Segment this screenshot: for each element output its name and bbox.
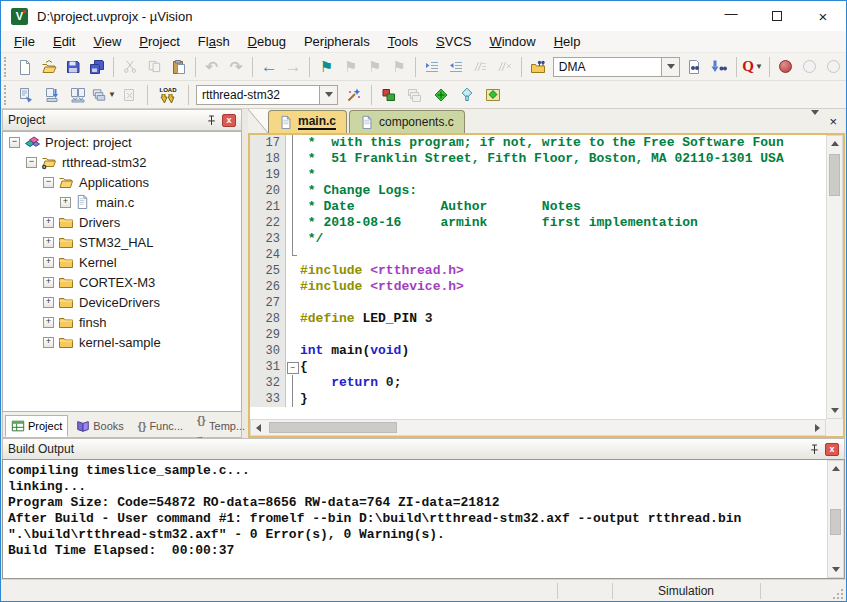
- breakpoint-clear-icon[interactable]: [823, 55, 845, 79]
- tree-item-label[interactable]: kernel-sample: [79, 335, 161, 350]
- resize-grip[interactable]: [832, 588, 844, 600]
- tree-item-label[interactable]: Applications: [79, 175, 149, 190]
- bookmark-prev-icon[interactable]: ⚑: [340, 55, 362, 79]
- breakpoint-disabled-icon[interactable]: [799, 55, 821, 79]
- close-button[interactable]: ×: [800, 1, 846, 31]
- build-output-close-icon[interactable]: x: [825, 443, 839, 456]
- expand-icon[interactable]: +: [60, 197, 71, 208]
- tree-item-label[interactable]: rtthread-stm32: [62, 155, 147, 170]
- tree-item-cortex-m3[interactable]: +CORTEX-M3: [3, 272, 241, 292]
- quick-find-icon[interactable]: Q▼: [741, 55, 763, 79]
- scroll-up-icon[interactable]: [827, 136, 842, 151]
- menu-tools[interactable]: Tools: [379, 32, 427, 51]
- code-line-29[interactable]: 29: [250, 327, 826, 343]
- chevron-down-icon[interactable]: [661, 57, 680, 77]
- code-line-22[interactable]: 22 * 2018-08-16 armink first implementat…: [250, 215, 826, 231]
- uncomment-icon[interactable]: [493, 55, 515, 79]
- redo-icon[interactable]: ↷: [225, 55, 247, 79]
- tree-item-kernel-sample[interactable]: +kernel-sample: [3, 332, 241, 352]
- build-output-content[interactable]: compiling timeslice_sample.c...linking..…: [2, 459, 845, 579]
- tab-list-chevron-icon[interactable]: [811, 115, 819, 129]
- collapse-icon[interactable]: −: [26, 157, 37, 168]
- editor-horizontal-scrollbar[interactable]: [250, 419, 826, 436]
- target-options-icon[interactable]: [342, 83, 366, 107]
- manage-items-icon[interactable]: [377, 83, 401, 107]
- code-line-20[interactable]: 20 * Change Logs:: [250, 183, 826, 199]
- navigate-forward-icon[interactable]: →: [282, 55, 304, 79]
- cut-icon[interactable]: [119, 55, 141, 79]
- tree-item-stm32-hal[interactable]: +STM32_HAL: [3, 232, 241, 252]
- menu-peripherals[interactable]: Peripherals: [295, 32, 379, 51]
- scroll-down-icon[interactable]: [828, 562, 843, 577]
- find-combo[interactable]: DMA: [553, 57, 680, 77]
- code-line-23[interactable]: 23 */: [250, 231, 826, 247]
- menu-help[interactable]: Help: [545, 32, 590, 51]
- find-next-icon[interactable]: [684, 55, 706, 79]
- panel-tab-func[interactable]: {}Func...: [132, 415, 189, 437]
- scroll-up-icon[interactable]: [828, 461, 843, 476]
- menu-debug[interactable]: Debug: [239, 32, 295, 51]
- editor-vertical-scrollbar[interactable]: [826, 135, 843, 419]
- code-line-18[interactable]: 18 * 51 Franklin Street, Fifth Floor, Bo…: [250, 151, 826, 167]
- save-all-icon[interactable]: [86, 55, 108, 79]
- code-line-21[interactable]: 21 * Date Author Notes: [250, 199, 826, 215]
- editor-tab-main-c[interactable]: main.c: [268, 110, 347, 133]
- build-icon[interactable]: [40, 83, 64, 107]
- select-packs-icon[interactable]: [455, 83, 479, 107]
- pin-icon[interactable]: [204, 113, 218, 127]
- translate-icon[interactable]: [14, 83, 38, 107]
- tree-item-label[interactable]: Project: project: [45, 135, 132, 150]
- pack-installer-icon[interactable]: [481, 83, 505, 107]
- menu-project[interactable]: Project: [130, 32, 188, 51]
- code-area[interactable]: 17 * with this program; if not, write to…: [250, 135, 826, 419]
- tree-item-applications[interactable]: −Applications: [3, 172, 241, 192]
- code-line-27[interactable]: 27: [250, 295, 826, 311]
- code-line-33[interactable]: 33}: [250, 391, 826, 407]
- toolbar-grip[interactable]: [4, 57, 9, 77]
- copy-icon[interactable]: [144, 55, 166, 79]
- build-output-scrollbar[interactable]: [827, 460, 844, 578]
- new-file-icon[interactable]: [14, 55, 36, 79]
- download-icon[interactable]: LOAD: [153, 83, 183, 107]
- expand-icon[interactable]: +: [43, 317, 54, 328]
- bookmark-next-icon[interactable]: ⚑: [364, 55, 386, 79]
- pin-icon[interactable]: [807, 442, 821, 456]
- tree-item-label[interactable]: CORTEX-M3: [79, 275, 155, 290]
- paste-icon[interactable]: [168, 55, 190, 79]
- comment-icon[interactable]: [469, 55, 491, 79]
- code-line-19[interactable]: 19 *: [250, 167, 826, 183]
- scroll-down-icon[interactable]: [827, 403, 842, 418]
- panel-tab-books[interactable]: Books: [70, 415, 130, 437]
- tree-item-project-project[interactable]: −Project: project: [3, 132, 241, 152]
- editor-close-icon[interactable]: ×: [829, 114, 837, 129]
- project-panel-close-icon[interactable]: x: [222, 114, 236, 127]
- tree-item-label[interactable]: STM32_HAL: [79, 235, 153, 250]
- incremental-find-icon[interactable]: [708, 55, 730, 79]
- minimize-button[interactable]: —: [708, 1, 754, 31]
- tree-item-label[interactable]: Drivers: [79, 215, 120, 230]
- code-line-30[interactable]: 30int main(void): [250, 343, 826, 359]
- code-line-26[interactable]: 26#include <rtdevice.h>: [250, 279, 826, 295]
- editor-tab-components-c[interactable]: components.c: [349, 110, 465, 133]
- bookmark-clear-icon[interactable]: ⚑: [388, 55, 410, 79]
- chevron-down-icon[interactable]: [319, 85, 338, 105]
- expand-icon[interactable]: +: [43, 297, 54, 308]
- save-icon[interactable]: [62, 55, 84, 79]
- tree-item-drivers[interactable]: +Drivers: [3, 212, 241, 232]
- expand-icon[interactable]: +: [43, 257, 54, 268]
- stop-build-icon[interactable]: [118, 83, 142, 107]
- expand-icon[interactable]: +: [43, 337, 54, 348]
- scrollbar-thumb[interactable]: [829, 154, 840, 196]
- breakpoint-icon[interactable]: [775, 55, 797, 79]
- tree-item-devicedrivers[interactable]: +DeviceDrivers: [3, 292, 241, 312]
- batch-build-icon[interactable]: ▼: [92, 83, 116, 107]
- outdent-icon[interactable]: [445, 55, 467, 79]
- find-in-files-icon[interactable]: [527, 55, 549, 79]
- tree-item-label[interactable]: finsh: [79, 315, 106, 330]
- fold-collapse-icon[interactable]: [286, 359, 300, 375]
- tree-item-finsh[interactable]: +finsh: [3, 312, 241, 332]
- runtime-env-icon[interactable]: [429, 83, 453, 107]
- menu-svcs[interactable]: SVCS: [427, 32, 480, 51]
- navigate-back-icon[interactable]: ←: [258, 55, 280, 79]
- code-line-25[interactable]: 25#include <rtthread.h>: [250, 263, 826, 279]
